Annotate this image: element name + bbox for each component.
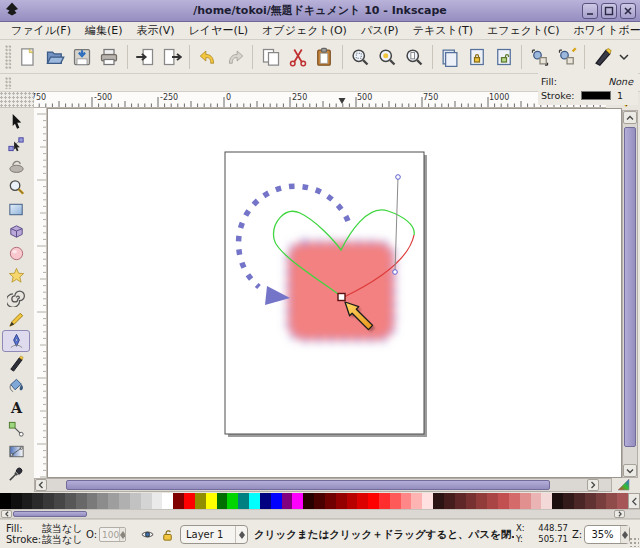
zoom-drawing-button[interactable] <box>374 43 401 70</box>
palette-swatch-30[interactable] <box>325 493 336 509</box>
handle-end-top[interactable] <box>396 175 401 180</box>
palette-swatch-32[interactable] <box>347 493 358 509</box>
tool-selector[interactable] <box>2 110 30 132</box>
tool-rectangle[interactable] <box>2 198 30 220</box>
palette-swatch-9[interactable] <box>97 493 108 509</box>
stroke-color-swatch[interactable] <box>581 91 611 100</box>
zoom-stepper[interactable] <box>620 526 629 543</box>
duplicate-button[interactable] <box>437 43 464 70</box>
scroll-down-button[interactable] <box>623 464 637 477</box>
palette-swatch-4[interactable] <box>43 493 54 509</box>
vertical-scroll-thumb[interactable] <box>624 127 636 447</box>
tool-tweak[interactable] <box>2 154 30 176</box>
palette-swatch-54[interactable] <box>585 493 596 509</box>
palette-swatch-38[interactable] <box>411 493 422 509</box>
minimize-button[interactable] <box>582 3 598 19</box>
toolbar-grip[interactable] <box>5 77 12 89</box>
palette-swatch-40[interactable] <box>433 493 444 509</box>
palette-swatch-7[interactable] <box>76 493 87 509</box>
tool-pen[interactable] <box>2 330 30 352</box>
save-document-button[interactable] <box>69 43 96 70</box>
palette-swatch-8[interactable] <box>87 493 98 509</box>
canvas-drawing[interactable] <box>48 109 622 478</box>
menu-item-5[interactable]: パス(P) <box>354 21 406 40</box>
palette-swatch-49[interactable] <box>531 493 542 509</box>
palette-swatch-1[interactable] <box>11 493 22 509</box>
palette-swatch-50[interactable] <box>541 493 552 509</box>
palette-swatch-27[interactable] <box>292 493 303 509</box>
palette-swatch-17[interactable] <box>184 493 195 509</box>
opacity-spinbox[interactable]: 100 <box>99 527 126 542</box>
tool-spiral[interactable] <box>2 286 30 308</box>
palette-swatch-14[interactable] <box>152 493 163 509</box>
palette-swatch-5[interactable] <box>54 493 65 509</box>
palette-swatch-10[interactable] <box>108 493 119 509</box>
tool-dropper[interactable] <box>2 462 30 484</box>
group-button[interactable] <box>526 43 553 70</box>
horizontal-ruler[interactable]: -750-500-250025050075010001250 <box>34 92 606 108</box>
zoom-spinbox[interactable]: 35% <box>584 525 630 544</box>
palette-swatch-23[interactable] <box>249 493 260 509</box>
palette-swatch-57[interactable] <box>617 493 628 509</box>
palette-swatch-47[interactable] <box>509 493 520 509</box>
palette-swatch-28[interactable] <box>303 493 314 509</box>
tool-calligraphy[interactable] <box>2 352 30 374</box>
menu-item-4[interactable]: オブジェクト(O) <box>255 21 354 40</box>
tool-text[interactable]: A <box>2 396 30 418</box>
palette-swatch-18[interactable] <box>195 493 206 509</box>
unlink-clone-button[interactable] <box>490 43 517 70</box>
tool-pencil[interactable] <box>2 308 30 330</box>
anchor-node[interactable] <box>338 294 345 301</box>
palette-swatch-34[interactable] <box>368 493 379 509</box>
copy-button[interactable] <box>257 43 284 70</box>
undo-button[interactable] <box>194 43 221 70</box>
menu-item-8[interactable]: ホワイトボード(R) <box>567 21 640 40</box>
menu-item-6[interactable]: テキスト(T) <box>406 21 480 40</box>
paste-button[interactable] <box>311 43 338 70</box>
palette-swatch-39[interactable] <box>422 493 433 509</box>
palette-swatch-15[interactable] <box>162 493 173 509</box>
palette-swatch-35[interactable] <box>379 493 390 509</box>
tool-box3d[interactable] <box>2 220 30 242</box>
opacity-stepper[interactable] <box>119 528 126 541</box>
tool-connector[interactable] <box>2 418 30 440</box>
palette-swatch-48[interactable] <box>520 493 531 509</box>
layer-visibility-eye-icon[interactable] <box>140 527 155 542</box>
menu-item-1[interactable]: 編集(E) <box>78 21 130 40</box>
palette-swatch-29[interactable] <box>314 493 325 509</box>
palette-swatch-33[interactable] <box>357 493 368 509</box>
palette-swatch-0[interactable] <box>0 493 11 509</box>
palette-scroll-thumb[interactable] <box>13 511 87 517</box>
palette-swatch-26[interactable] <box>282 493 293 509</box>
palette-scrollbar-left[interactable] <box>1 510 12 518</box>
menu-item-0[interactable]: ファイル(F) <box>4 21 78 40</box>
zoom-page-button[interactable] <box>401 43 428 70</box>
palette-swatch-53[interactable] <box>574 493 585 509</box>
palette-swatch-43[interactable] <box>466 493 477 509</box>
tool-star[interactable] <box>2 264 30 286</box>
open-document-button[interactable] <box>42 43 69 70</box>
tool-node-editor[interactable] <box>2 132 30 154</box>
vertical-scrollbar[interactable] <box>622 110 638 478</box>
cut-button[interactable] <box>284 43 311 70</box>
layer-lock-icon[interactable] <box>160 527 175 542</box>
palette-swatch-13[interactable] <box>141 493 152 509</box>
horizontal-scroll-thumb[interactable] <box>66 480 550 490</box>
layer-selector[interactable]: Layer 1 <box>180 525 248 544</box>
layer-stepper[interactable] <box>235 526 247 543</box>
palette-swatch-22[interactable] <box>238 493 249 509</box>
vertical-ruler[interactable] <box>34 108 47 478</box>
palette-swatch-42[interactable] <box>455 493 466 509</box>
palette-swatch-16[interactable] <box>173 493 184 509</box>
palette-swatch-44[interactable] <box>476 493 487 509</box>
horizontal-scrollbar[interactable] <box>34 478 612 492</box>
menu-item-3[interactable]: レイヤー(L) <box>182 21 256 40</box>
palette-swatch-41[interactable] <box>444 493 455 509</box>
palette-swatch-37[interactable] <box>401 493 412 509</box>
clone-button[interactable] <box>464 43 491 70</box>
tool-zoom[interactable] <box>2 176 30 198</box>
xml-editor-button[interactable] <box>589 43 616 70</box>
palette-swatch-56[interactable] <box>606 493 617 509</box>
toolbar-overflow-button[interactable] <box>616 49 632 65</box>
palette-swatch-3[interactable] <box>32 493 43 509</box>
